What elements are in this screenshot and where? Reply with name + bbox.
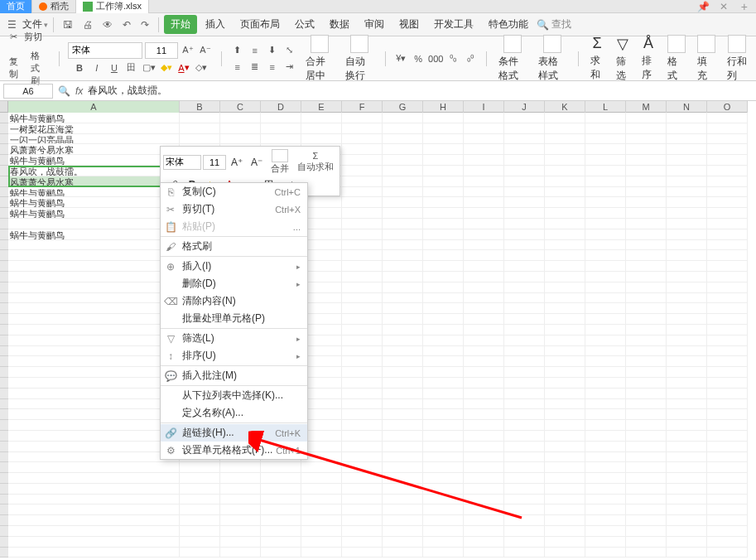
cell[interactable] bbox=[667, 113, 707, 123]
cell[interactable] bbox=[585, 356, 626, 366]
cell[interactable] bbox=[8, 336, 180, 345]
cell[interactable] bbox=[342, 526, 383, 536]
cell[interactable] bbox=[220, 526, 261, 536]
cell[interactable] bbox=[423, 336, 464, 345]
cell[interactable] bbox=[545, 378, 585, 388]
cell[interactable] bbox=[383, 325, 423, 335]
cell[interactable] bbox=[261, 515, 301, 525]
cell[interactable] bbox=[504, 176, 545, 186]
cell[interactable] bbox=[545, 261, 585, 271]
cell[interactable] bbox=[464, 113, 504, 123]
cell[interactable] bbox=[423, 504, 464, 514]
cell[interactable] bbox=[707, 548, 748, 558]
cell[interactable] bbox=[707, 293, 748, 303]
cell[interactable] bbox=[464, 208, 504, 218]
cell[interactable] bbox=[707, 123, 748, 133]
cell[interactable] bbox=[504, 208, 545, 218]
cell[interactable] bbox=[504, 240, 545, 250]
cell[interactable] bbox=[464, 389, 504, 398]
cm-hyperlink[interactable]: 🔗超链接(H)...Ctrl+K bbox=[161, 424, 307, 442]
cell[interactable] bbox=[220, 504, 261, 514]
cell[interactable] bbox=[707, 431, 748, 441]
cell[interactable] bbox=[667, 504, 707, 514]
cell[interactable] bbox=[585, 399, 626, 409]
cell[interactable] bbox=[220, 113, 261, 123]
cell[interactable] bbox=[423, 356, 464, 366]
cell[interactable] bbox=[464, 537, 504, 547]
cell[interactable] bbox=[423, 123, 464, 133]
cell[interactable] bbox=[423, 229, 464, 239]
fill-color-button[interactable]: ◆▾ bbox=[159, 60, 174, 75]
row-header[interactable] bbox=[0, 462, 8, 473]
align-right-icon[interactable]: ≡ bbox=[265, 60, 280, 75]
cell[interactable]: 蜗牛与黄鹂鸟 bbox=[8, 155, 180, 165]
cell[interactable] bbox=[707, 250, 748, 260]
font-size-input[interactable] bbox=[145, 42, 178, 59]
cell[interactable] bbox=[504, 346, 545, 356]
cm-delete[interactable]: 删除(D)▸ bbox=[161, 275, 307, 292]
cell[interactable] bbox=[180, 134, 220, 144]
cell[interactable] bbox=[585, 537, 626, 547]
cell[interactable] bbox=[667, 293, 707, 303]
cell[interactable] bbox=[545, 134, 585, 144]
bold-button[interactable]: B bbox=[72, 60, 87, 75]
indent-icon[interactable]: ⇥ bbox=[282, 60, 297, 75]
cell[interactable] bbox=[423, 134, 464, 144]
cell[interactable] bbox=[707, 495, 748, 504]
orientation-icon[interactable]: ⤡ bbox=[282, 43, 297, 58]
cell[interactable] bbox=[383, 240, 423, 250]
cell[interactable] bbox=[423, 346, 464, 356]
mini-merge-button[interactable]: 合并 bbox=[267, 149, 292, 175]
search-box[interactable]: 🔍查找 bbox=[537, 17, 571, 31]
row-header[interactable] bbox=[0, 409, 8, 420]
cell[interactable] bbox=[8, 462, 180, 472]
cell[interactable] bbox=[342, 431, 383, 441]
cell[interactable] bbox=[707, 187, 748, 197]
redo-icon[interactable]: ↷ bbox=[137, 17, 153, 33]
cell[interactable] bbox=[626, 495, 667, 504]
cell[interactable] bbox=[545, 504, 585, 514]
cell[interactable] bbox=[667, 314, 707, 324]
cell[interactable] bbox=[585, 378, 626, 388]
cell[interactable] bbox=[545, 420, 585, 430]
cell[interactable] bbox=[383, 409, 423, 419]
cell[interactable] bbox=[383, 336, 423, 345]
cell[interactable] bbox=[545, 346, 585, 356]
cell[interactable] bbox=[545, 155, 585, 165]
cell[interactable] bbox=[180, 548, 220, 558]
table-style-button[interactable]: 表格样式 bbox=[535, 33, 570, 84]
cell[interactable] bbox=[8, 484, 180, 494]
cell[interactable] bbox=[545, 187, 585, 197]
cell[interactable] bbox=[342, 409, 383, 419]
cell[interactable] bbox=[383, 314, 423, 324]
rowcol-button[interactable]: 行和列 bbox=[724, 33, 751, 84]
cell[interactable] bbox=[667, 123, 707, 133]
shrink-font-icon[interactable]: A⁻ bbox=[198, 43, 213, 58]
cell[interactable] bbox=[464, 548, 504, 558]
cell[interactable] bbox=[626, 515, 667, 525]
cell[interactable] bbox=[423, 314, 464, 324]
cell[interactable] bbox=[383, 442, 423, 451]
cell[interactable] bbox=[342, 399, 383, 409]
menu-special-fn[interactable]: 特色功能 bbox=[482, 15, 535, 34]
cell[interactable] bbox=[667, 515, 707, 525]
cell[interactable] bbox=[423, 442, 464, 451]
row-header[interactable] bbox=[0, 484, 8, 495]
cell[interactable] bbox=[707, 442, 748, 451]
cell[interactable] bbox=[342, 144, 383, 154]
cell[interactable] bbox=[342, 325, 383, 335]
cell[interactable] bbox=[464, 378, 504, 388]
cell[interactable] bbox=[342, 452, 383, 462]
cell[interactable] bbox=[464, 282, 504, 292]
cell[interactable] bbox=[464, 515, 504, 525]
cell[interactable] bbox=[423, 240, 464, 250]
cell[interactable] bbox=[667, 537, 707, 547]
cell[interactable] bbox=[383, 462, 423, 472]
col-header-L[interactable]: L bbox=[585, 101, 626, 113]
cell[interactable]: 一树梨花压海棠 bbox=[8, 123, 180, 133]
cell[interactable] bbox=[585, 293, 626, 303]
cell[interactable] bbox=[8, 409, 180, 419]
row-header[interactable] bbox=[0, 282, 8, 293]
undo-icon[interactable]: ↶ bbox=[118, 17, 135, 33]
cell[interactable] bbox=[707, 325, 748, 335]
